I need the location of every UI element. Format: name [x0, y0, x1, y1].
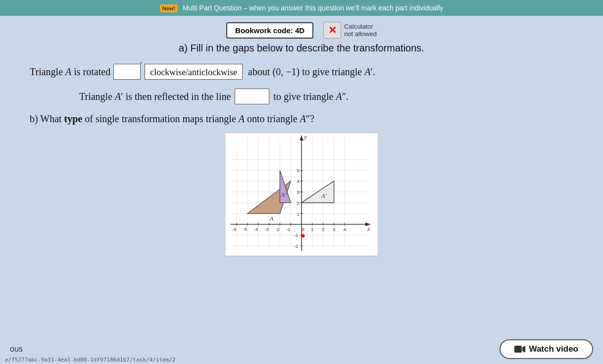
watch-video-button[interactable]: Watch video: [500, 339, 594, 359]
fill-in-row-2: Triangle A′ is then reflected in the lin…: [30, 89, 573, 104]
url-bar: e/f5277abc-9a31-4ea1-bd00-1df97186d1b7/t…: [0, 356, 180, 364]
svg-text:2: 2: [297, 200, 300, 206]
header-row: Bookwork code: 4D Calculator not allowed: [0, 16, 603, 43]
reflection-line-input[interactable]: [235, 89, 269, 104]
svg-text:3: 3: [333, 227, 336, 232]
svg-text:-5: -5: [243, 227, 248, 232]
svg-text:y: y: [303, 134, 307, 140]
svg-text:4: 4: [344, 227, 347, 232]
svg-text:✱: ✱: [301, 233, 305, 239]
svg-text:-4: -4: [253, 227, 258, 232]
triangle-a-double-prime-label: A": [280, 191, 288, 198]
graph-wrap: y x -6 -5 -4 -3 -2 -1 0 1 2 3 4 1 2: [225, 133, 378, 256]
main-content: a) Fill in the gaps below to describe th…: [0, 43, 603, 256]
calculator-info: Calculator not allowed: [323, 22, 377, 39]
calculator-label: Calculator: [344, 23, 377, 30]
triangle-a-prime-label: A′: [321, 192, 327, 199]
svg-text:x: x: [367, 226, 370, 232]
svg-marker-63: [522, 346, 525, 353]
line1-suffix: about (0, −1) to give triangle A′.: [246, 66, 375, 78]
bookwork-code: Bookwork code: 4D: [226, 22, 313, 39]
svg-text:-2: -2: [275, 227, 280, 232]
svg-marker-22: [300, 136, 303, 140]
watch-video-label: Watch video: [529, 344, 579, 354]
calculator-sub: not allowed: [344, 30, 377, 38]
svg-text:1: 1: [297, 211, 300, 217]
svg-text:-1: -1: [286, 227, 291, 232]
type-emphasis: type: [64, 113, 83, 124]
calculator-icon: [323, 22, 341, 39]
video-camera-icon: [514, 345, 525, 354]
line1-prefix: Triangle A is rotated: [30, 66, 110, 78]
svg-text:4: 4: [297, 179, 300, 184]
svg-text:-3: -3: [264, 227, 269, 232]
line2-suffix: to give triangle A″.: [273, 91, 349, 102]
degree-mark: °: [140, 60, 142, 68]
part-b: b) What type of single transformation ma…: [30, 113, 573, 125]
play-icon: [514, 345, 525, 354]
svg-text:-6: -6: [232, 227, 237, 232]
svg-text:5: 5: [297, 168, 300, 173]
svg-text:1: 1: [311, 227, 314, 232]
coordinate-graph: y x -6 -5 -4 -3 -2 -1 0 1 2 3 4 1 2: [225, 133, 378, 256]
svg-rect-62: [514, 346, 522, 353]
fill-in-row-1: Triangle A is rotated ° clockwise/anticl…: [30, 64, 573, 80]
svg-text:-1: -1: [294, 232, 299, 238]
clockwise-input[interactable]: clockwise/anticlockwise: [145, 64, 243, 80]
triangle-a-label: A: [269, 215, 274, 222]
svg-text:0: 0: [302, 227, 304, 232]
part-a-title: a) Fill in the gaps below to describe th…: [30, 43, 573, 54]
new-badge: New!: [160, 4, 178, 12]
graph-container: y x -6 -5 -4 -3 -2 -1 0 1 2 3 4 1 2: [30, 133, 573, 256]
ous-label: ous: [10, 345, 23, 354]
rotation-degrees-input[interactable]: °: [113, 64, 141, 80]
bottom-bar: ous Watch video e/f5277abc-9a31-4ea1-bd0…: [0, 334, 603, 364]
svg-text:2: 2: [322, 227, 325, 232]
line2-prefix: Triangle A′ is then reflected in the lin…: [79, 91, 231, 102]
top-bar: New! Multi Part Question – when you answ…: [0, 0, 603, 16]
svg-text:3: 3: [297, 189, 300, 195]
svg-text:-2: -2: [294, 243, 299, 249]
calculator-text: Calculator not allowed: [344, 23, 377, 38]
topbar-text: Multi Part Question – when you answer th…: [183, 4, 443, 12]
